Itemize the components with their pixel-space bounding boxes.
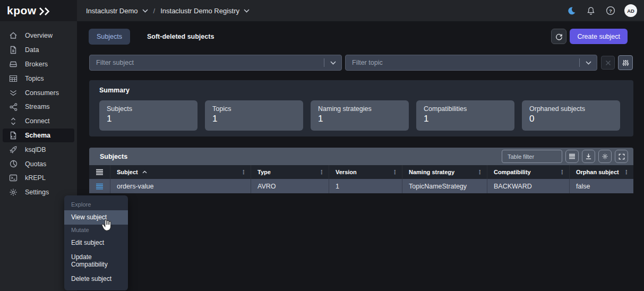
menu-item-update-compatibility[interactable]: Update Compatibility bbox=[64, 250, 128, 272]
tab-subjects[interactable]: Subjects bbox=[89, 29, 130, 45]
column-menu-dots-icon[interactable]: ⋮ bbox=[559, 169, 565, 176]
context-menu-section-explore: Explore bbox=[64, 199, 128, 210]
registry-selector-label: Instaclustr Demo Registry bbox=[160, 7, 239, 15]
summary-value: 1 bbox=[107, 114, 190, 124]
download-button[interactable] bbox=[582, 150, 595, 163]
table-tools bbox=[502, 150, 628, 163]
filter-topic-input[interactable] bbox=[346, 59, 579, 66]
sidebar-item-connect[interactable]: Connect bbox=[3, 114, 74, 129]
row-menu-column-header[interactable] bbox=[89, 165, 110, 179]
cluster-selector-label: Instaclustr Demo bbox=[86, 7, 138, 15]
row-actions-menu-icon[interactable] bbox=[89, 179, 110, 193]
column-header-naming-strategy[interactable]: Naming strategy ⋮ bbox=[402, 165, 487, 179]
sidebar-item-brokers[interactable]: Brokers bbox=[3, 57, 74, 72]
table-row[interactable]: orders-value AVRO 1 TopicNameStrategy BA… bbox=[89, 179, 633, 193]
column-header-compatibility[interactable]: Compatibility ⋮ bbox=[487, 165, 570, 179]
create-subject-button[interactable]: Create subject bbox=[570, 29, 628, 44]
summary-card-topics: Topics 1 bbox=[205, 100, 303, 131]
fullscreen-button[interactable] bbox=[615, 150, 628, 163]
sort-ascending-icon bbox=[142, 170, 147, 174]
summary-value: 1 bbox=[318, 114, 401, 124]
cell-compatibility: BACKWARD bbox=[487, 179, 570, 193]
rocket-icon bbox=[9, 146, 18, 154]
column-menu-dots-icon[interactable]: ⋮ bbox=[477, 169, 483, 176]
kpow-logo-chevrons-icon bbox=[39, 7, 53, 16]
summary-card-subjects: Subjects 1 bbox=[99, 100, 198, 131]
column-menu-dots-icon[interactable]: ⋮ bbox=[241, 169, 246, 176]
topbar-actions: ? AD bbox=[565, 4, 644, 17]
cell-version: 1 bbox=[329, 179, 402, 193]
table-panel-title: Subjects bbox=[100, 153, 127, 160]
sidebar-item-quotas[interactable]: Quotas bbox=[3, 157, 74, 171]
double-chevron-down-icon bbox=[9, 89, 18, 97]
chevron-down-icon bbox=[244, 9, 250, 13]
cell-orphan-subject: false bbox=[570, 179, 633, 193]
summary-card-compatibilities: Compatibilities 1 bbox=[416, 100, 514, 131]
column-menu-button[interactable] bbox=[565, 150, 579, 163]
column-header-type[interactable]: Type ⋮ bbox=[251, 165, 329, 179]
row-context-menu: Explore View subject Mutate Edit subject… bbox=[64, 195, 128, 290]
subjects-table-panel: Subjects bbox=[89, 148, 633, 193]
sidebar-item-settings[interactable]: Settings bbox=[3, 185, 74, 200]
tabs-actions: Create subject bbox=[551, 29, 644, 44]
svg-text:?: ? bbox=[609, 8, 612, 14]
sidebar-item-consumers[interactable]: Consumers bbox=[3, 85, 74, 100]
refresh-button[interactable] bbox=[551, 29, 566, 44]
column-header-version[interactable]: Version ⋮ bbox=[329, 165, 402, 179]
share-network-icon bbox=[9, 102, 18, 111]
sidebar-item-krepl[interactable]: kREPL bbox=[3, 171, 74, 185]
column-menu-dots-icon[interactable]: ⋮ bbox=[319, 169, 324, 176]
summary-title: Summary bbox=[99, 87, 623, 94]
filter-subject-input[interactable] bbox=[90, 59, 324, 66]
summary-cards: Subjects 1 Topics 1 Naming strategies 1 … bbox=[99, 100, 623, 131]
cell-type: AVRO bbox=[251, 179, 329, 193]
sidebar-item-overview[interactable]: Overview bbox=[3, 29, 74, 43]
filter-topic-field bbox=[345, 55, 597, 71]
sidebar-item-streams[interactable]: Streams bbox=[3, 100, 74, 114]
tabs-row: Subjects Soft-deleted subjects Create su… bbox=[77, 21, 644, 52]
filter-subject-field bbox=[89, 55, 342, 71]
sidebar-item-schema[interactable]: Schema bbox=[3, 129, 74, 143]
sidebar-item-topics[interactable]: Topics bbox=[3, 71, 74, 85]
sort-arrows-icon bbox=[9, 117, 18, 125]
cell-subject[interactable]: orders-value bbox=[110, 179, 251, 193]
main-content: Subjects Soft-deleted subjects Create su… bbox=[77, 21, 644, 291]
sidebar-item-data[interactable]: Data bbox=[3, 43, 74, 57]
tab-soft-deleted-subjects[interactable]: Soft-deleted subjects bbox=[147, 33, 214, 40]
column-header-orphan-subject[interactable]: Orphan subject ⋮ bbox=[570, 165, 633, 179]
column-menu-dots-icon[interactable]: ⋮ bbox=[623, 169, 629, 176]
breadcrumb-separator: / bbox=[153, 7, 156, 15]
column-header-subject[interactable]: Subject ⋮ bbox=[110, 165, 251, 179]
cluster-selector[interactable]: Instaclustr Demo bbox=[86, 7, 148, 15]
kpow-logo[interactable]: kpow bbox=[0, 0, 77, 21]
registry-selector[interactable]: Instaclustr Demo Registry bbox=[160, 7, 250, 15]
table-header-row: Subject ⋮ Type ⋮ Version ⋮ Naming strate… bbox=[89, 165, 633, 179]
clear-filters-button[interactable] bbox=[601, 56, 615, 70]
home-icon bbox=[9, 31, 18, 40]
filters-row bbox=[77, 52, 644, 75]
chevron-down-icon[interactable] bbox=[580, 61, 597, 65]
column-menu-dots-icon[interactable]: ⋮ bbox=[392, 169, 398, 176]
notifications-bell-icon[interactable] bbox=[585, 5, 597, 16]
gear-icon bbox=[9, 188, 18, 196]
drive-icon bbox=[9, 60, 18, 69]
filter-sliders-button[interactable] bbox=[618, 55, 633, 70]
terminal-icon bbox=[9, 174, 18, 182]
breadcrumb: Instaclustr Demo / Instaclustr Demo Regi… bbox=[86, 7, 250, 15]
user-avatar[interactable]: AD bbox=[624, 4, 637, 17]
schema-document-icon bbox=[9, 131, 18, 140]
chevron-down-icon[interactable] bbox=[324, 61, 341, 65]
cell-naming-strategy: TopicNameStrategy bbox=[402, 179, 487, 193]
menu-item-delete-subject[interactable]: Delete subject bbox=[64, 272, 128, 286]
menu-item-edit-subject[interactable]: Edit subject bbox=[64, 236, 128, 250]
help-icon[interactable]: ? bbox=[605, 5, 616, 16]
table-settings-gear-button[interactable] bbox=[598, 150, 612, 163]
summary-card-naming-strategies: Naming strategies 1 bbox=[311, 100, 409, 131]
summary-value: 1 bbox=[212, 114, 296, 124]
dark-mode-moon-icon[interactable] bbox=[565, 5, 577, 16]
table-panel-header: Subjects bbox=[89, 148, 633, 165]
table-filter-input[interactable] bbox=[502, 150, 562, 163]
pie-chart-icon bbox=[9, 160, 18, 168]
menu-item-view-subject[interactable]: View subject bbox=[64, 210, 128, 225]
sidebar-item-ksqldb[interactable]: ksqlDB bbox=[3, 142, 74, 157]
